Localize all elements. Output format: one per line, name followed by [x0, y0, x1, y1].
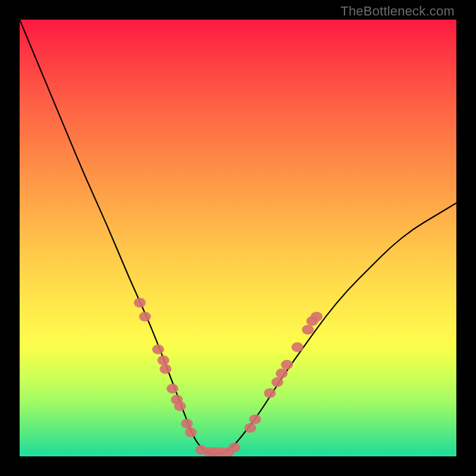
data-point	[228, 443, 240, 452]
data-point	[311, 312, 322, 321]
data-points	[134, 298, 322, 456]
data-point	[264, 388, 276, 397]
data-point	[245, 423, 256, 433]
data-point	[271, 377, 283, 387]
data-point	[249, 414, 261, 424]
data-point	[167, 384, 178, 393]
data-point	[174, 401, 186, 411]
chart-svg	[20, 20, 456, 456]
data-point	[181, 419, 193, 428]
data-point	[292, 342, 303, 352]
watermark-text: TheBottleneck.com	[340, 4, 455, 19]
curve-layer	[20, 20, 456, 454]
plot-area	[20, 20, 456, 456]
data-point	[275, 368, 287, 378]
data-point	[302, 325, 314, 334]
data-point	[152, 345, 164, 354]
bottleneck-curve	[20, 20, 456, 454]
data-point	[159, 364, 171, 374]
data-point	[158, 355, 170, 365]
data-point	[185, 427, 197, 437]
data-point	[139, 312, 151, 321]
data-point	[281, 360, 293, 369]
data-point	[134, 298, 146, 307]
chart-frame: TheBottleneck.com	[0, 0, 476, 476]
